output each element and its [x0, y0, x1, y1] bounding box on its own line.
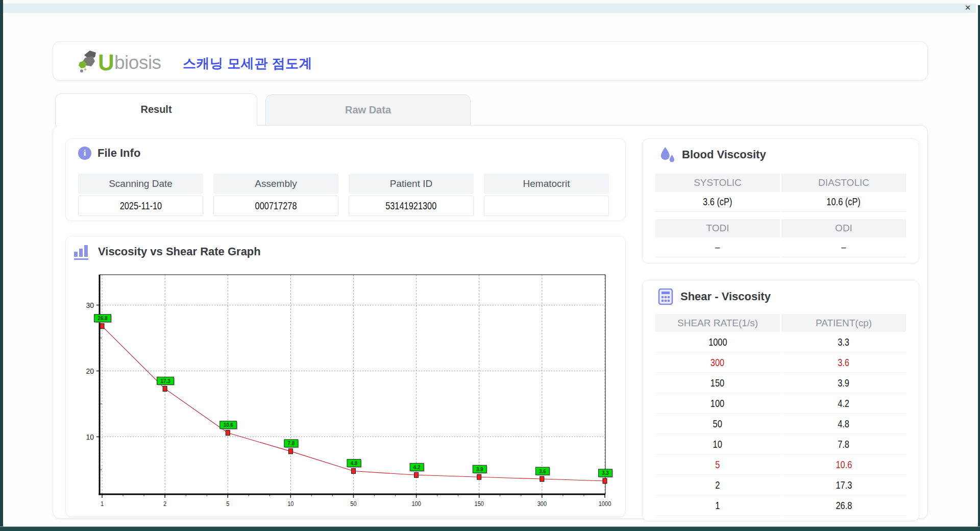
- x-tick-label: 1: [101, 500, 104, 508]
- app-window: × U biosis 스캐닝 모세관 점도계 Result Raw Data i…: [0, 0, 980, 531]
- y-tick-label: 10: [86, 433, 94, 441]
- tab-result[interactable]: Result: [55, 93, 257, 126]
- data-point-label: 10.6: [224, 421, 233, 428]
- shear-rate-cell: 300: [655, 352, 780, 373]
- data-point-marker: [414, 472, 419, 477]
- shear-rate-cell: 5: [655, 454, 780, 475]
- data-point-label: 7.8: [288, 440, 295, 447]
- patient-cell: 4.2: [781, 393, 906, 414]
- field-label-patient-id: Patient ID: [349, 174, 474, 194]
- x-tick-label: 150: [475, 500, 484, 508]
- data-point-marker: [540, 476, 544, 481]
- window-titlebar: [3, 4, 976, 13]
- window-edge-right: [978, 5, 980, 526]
- data-point-marker: [163, 386, 167, 391]
- shear-rate-cell: 1000: [655, 332, 780, 352]
- close-icon[interactable]: ×: [962, 2, 974, 14]
- x-tick-label: 10: [287, 500, 293, 508]
- brand-ubiosis-u: U: [98, 50, 114, 76]
- field-label-scanning-date: Scanning Date: [78, 174, 203, 194]
- field-label-assembly: Assembly: [213, 174, 338, 194]
- data-point-marker: [477, 474, 481, 479]
- viscosity-chart: 1020301251050100150300100026.817.310.67.…: [66, 236, 625, 517]
- field-value-scanning-date: 2025-11-10: [78, 196, 203, 216]
- file-info-heading: File Info: [97, 147, 140, 160]
- shear-rate-cell: 10: [655, 434, 780, 454]
- systolic-value: 3.6 (cP): [655, 192, 780, 212]
- data-point-label: 3.3: [602, 470, 609, 476]
- patient-cell: 3.3: [781, 332, 906, 352]
- x-tick-label: 100: [411, 500, 421, 508]
- y-tick-label: 20: [86, 367, 94, 375]
- x-tick-label: 300: [537, 500, 547, 508]
- field-value-assembly: 000717278: [213, 196, 338, 216]
- data-point-marker: [603, 478, 607, 484]
- todi-value: –: [655, 237, 780, 257]
- field-label-hematocrit: Hematocrit: [484, 174, 609, 194]
- shear-viscosity-panel: Shear - Viscosity SHEAR RATE(1/s) PATIEN…: [642, 280, 919, 521]
- shear-rate-column-header: SHEAR RATE(1/s): [655, 314, 780, 332]
- data-point-label: 4.8: [351, 460, 358, 466]
- file-info-panel: i File Info Scanning Date Assembly Patie…: [65, 138, 626, 221]
- data-point-marker: [288, 449, 292, 454]
- patient-cell: 10.6: [781, 454, 906, 475]
- blood-viscosity-panel: Blood Viscosity SYSTOLIC DIASTOLIC 3.6 (…: [642, 138, 919, 263]
- todi-header: TODI: [655, 219, 780, 237]
- diastolic-value: 10.6 (cP): [781, 192, 906, 212]
- shear-rate-cell: 2: [655, 475, 780, 495]
- data-point-marker: [100, 324, 104, 329]
- shear-rate-cell: 100: [655, 393, 780, 414]
- field-value-hematocrit: [484, 196, 609, 216]
- ubiosis-logo-icon: [79, 49, 100, 75]
- app-title-korean: 스캐닝 모세관 점도계: [183, 55, 312, 73]
- shear-rate-cell: 150: [655, 373, 780, 393]
- shear-rate-cell: 50: [655, 414, 780, 434]
- data-point-label: 3.9: [476, 466, 483, 472]
- patient-column-header: PATIENT(cp): [781, 314, 906, 332]
- patient-cell: 3.6: [781, 352, 906, 373]
- systolic-header: SYSTOLIC: [655, 174, 780, 192]
- patient-cell: 26.8: [781, 495, 906, 516]
- data-point-label: 3.6: [539, 468, 546, 474]
- patient-cell: 17.3: [781, 475, 906, 495]
- tab-content-card: i File Info Scanning Date Assembly Patie…: [53, 125, 928, 519]
- info-icon: i: [78, 147, 91, 160]
- graph-panel: Viscosity vs Shear Rate Graph 1020301251…: [65, 236, 626, 517]
- blood-viscosity-heading: Blood Viscosity: [682, 148, 766, 161]
- brand-ubiosis-rest: biosis: [114, 52, 161, 74]
- patient-cell: 3.9: [781, 373, 906, 393]
- odi-value: –: [781, 237, 906, 257]
- odi-header: ODI: [781, 219, 906, 237]
- data-point-marker: [352, 469, 356, 474]
- data-point-marker: [226, 430, 230, 436]
- data-point-label: 4.2: [413, 464, 421, 470]
- x-tick-label: 50: [350, 500, 356, 508]
- window-edge-bottom: [0, 526, 980, 531]
- patient-cell: 4.8: [781, 414, 906, 434]
- droplets-icon: [659, 146, 676, 163]
- header-card: U biosis 스캐닝 모세관 점도계: [53, 41, 928, 81]
- data-point-label: 17.3: [161, 377, 170, 384]
- x-tick-label: 2: [163, 500, 166, 508]
- shear-viscosity-heading: Shear - Viscosity: [680, 290, 771, 303]
- x-tick-label: 1000: [599, 500, 611, 508]
- window-edge-left: [0, 0, 3, 526]
- y-tick-label: 30: [86, 301, 94, 309]
- field-value-patient-id: 53141921300: [349, 196, 474, 216]
- diastolic-header: DIASTOLIC: [781, 174, 906, 192]
- x-tick-label: 5: [226, 500, 229, 508]
- tab-raw-data[interactable]: Raw Data: [265, 94, 471, 126]
- data-point-label: 26.8: [97, 315, 107, 322]
- table-calculator-icon: [658, 288, 674, 305]
- patient-cell: 7.8: [781, 434, 906, 454]
- shear-rate-cell: 1: [655, 495, 780, 516]
